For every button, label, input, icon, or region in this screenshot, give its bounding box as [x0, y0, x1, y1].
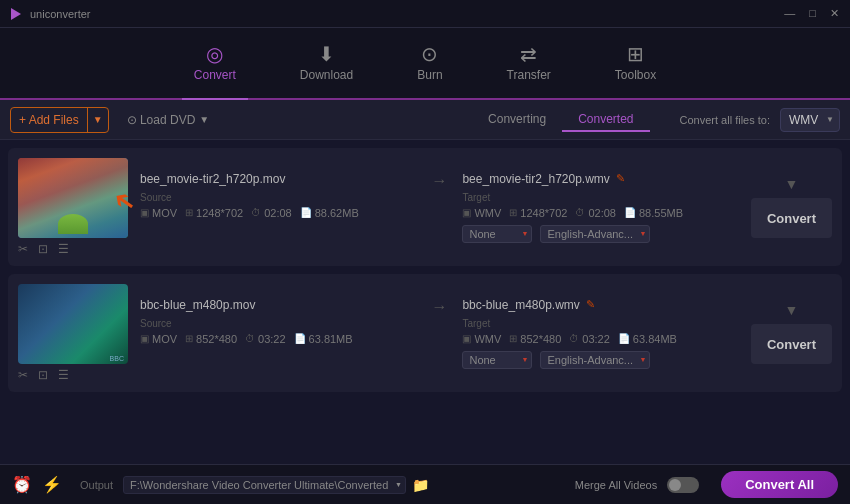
- nav-transfer[interactable]: ⇄ Transfer: [495, 36, 563, 90]
- alarm-icon[interactable]: ⏰: [12, 475, 32, 494]
- add-files-button[interactable]: + Add Files ▼: [10, 107, 109, 133]
- target-label-1: Target: [462, 192, 738, 203]
- output-path-select-wrap: F:\Wondershare Video Converter Ultimate\…: [123, 476, 406, 494]
- folder-icon[interactable]: 📁: [412, 477, 429, 493]
- title-controls[interactable]: — □ ✕: [781, 7, 842, 20]
- source-resolution-1: ⊞ 1248*702: [185, 207, 243, 219]
- target-dur-label-1: 02:08: [588, 207, 616, 219]
- cut-icon-1[interactable]: ✂: [18, 242, 28, 256]
- target-filename-1: bee_movie-tir2_h720p.wmv ✎: [462, 172, 738, 186]
- source-size-label-1: 88.62MB: [315, 207, 359, 219]
- source-size-icon-1: 📄: [300, 207, 312, 218]
- source-res-label-2: 852*480: [196, 333, 237, 345]
- toolbar: + Add Files ▼ ⊙ Load DVD ▼ Converting Co…: [0, 100, 850, 140]
- tab-converted[interactable]: Converted: [562, 108, 649, 132]
- target-label-2: Target: [462, 318, 738, 329]
- transfer-nav-icon: ⇄: [520, 44, 537, 64]
- close-button[interactable]: ✕: [827, 7, 842, 20]
- effect-dropdown-wrap-2: None: [462, 351, 532, 369]
- format-select[interactable]: WMV: [780, 108, 840, 132]
- nav-download[interactable]: ⬇ Download: [288, 36, 365, 90]
- maximize-button[interactable]: □: [806, 7, 819, 20]
- app-title: uniconverter: [30, 8, 91, 20]
- subtitle-dropdown-wrap-1: English-Advanc...: [540, 225, 650, 243]
- source-label-1: Source: [140, 192, 416, 203]
- source-block-1: bee_movie-tir2_h720p.mov Source ▣ MOV ⊞ …: [140, 172, 416, 219]
- convert-all-files-label: Convert all files to:: [680, 114, 770, 126]
- format-select-wrapper: WMV: [780, 108, 840, 132]
- load-dvd-label: ⊙ Load DVD: [127, 113, 196, 127]
- convert-action-1: ▼ Convert: [751, 176, 832, 238]
- effect-dropdown-2[interactable]: None: [462, 351, 532, 369]
- convert-nav-icon: ◎: [206, 44, 223, 64]
- source-size-2: 📄 63.81MB: [294, 333, 353, 345]
- target-res-icon-2: ⊞: [509, 333, 517, 344]
- edit-icon-2[interactable]: ✎: [586, 298, 595, 311]
- file-card-1: ✂ ⊡ ☰ ➔ bee_movie-tir2_h720p.mov Source …: [8, 148, 842, 266]
- arrow-area-2: →: [424, 298, 454, 316]
- source-format-2: ▣ MOV: [140, 333, 177, 345]
- nav-burn[interactable]: ⊙ Burn: [405, 36, 454, 90]
- convert-action-2: ▼ Convert: [751, 302, 832, 364]
- convert-all-button[interactable]: Convert All: [721, 471, 838, 498]
- source-block-2: bbc-blue_m480p.mov Source ▣ MOV ⊞ 852*48…: [140, 298, 416, 345]
- target-settings-icon-2[interactable]: ▼: [785, 302, 799, 318]
- app-logo-icon: [8, 6, 24, 22]
- nav-toolbox[interactable]: ⊞ Toolbox: [603, 36, 668, 90]
- source-format-label-1: MOV: [152, 207, 177, 219]
- load-dvd-button[interactable]: ⊙ Load DVD ▼: [119, 107, 218, 133]
- right-arrow-icon-1: →: [431, 172, 447, 190]
- crop-icon-2[interactable]: ⊡: [38, 368, 48, 382]
- title-left: uniconverter: [8, 6, 91, 22]
- convert-button-1[interactable]: Convert: [751, 198, 832, 238]
- arrow-area-1: →: [424, 172, 454, 190]
- subtitle-dropdown-1[interactable]: English-Advanc...: [540, 225, 650, 243]
- target-format-label-2: WMV: [474, 333, 501, 345]
- target-settings-icon-1[interactable]: ▼: [785, 176, 799, 192]
- burn-nav-label: Burn: [417, 68, 442, 82]
- source-size-icon-2: 📄: [294, 333, 306, 344]
- title-bar: uniconverter — □ ✕: [0, 0, 850, 28]
- nav-bar: ◎ Convert ⬇ Download ⊙ Burn ⇄ Transfer ⊞…: [0, 28, 850, 100]
- convert-button-2[interactable]: Convert: [751, 324, 832, 364]
- source-dur-icon-1: ⏱: [251, 207, 261, 218]
- bottom-bar: ⏰ ⚡ Output F:\Wondershare Video Converte…: [0, 464, 850, 504]
- effect-dropdown-1[interactable]: None: [462, 225, 532, 243]
- content-area: ✂ ⊡ ☰ ➔ bee_movie-tir2_h720p.mov Source …: [0, 140, 850, 464]
- file-card-2: BBC ✂ ⊡ ☰ bbc-blue_m480p.mov Source ▣ MO…: [8, 274, 842, 392]
- lightning-icon[interactable]: ⚡: [42, 475, 62, 494]
- subtitle-dropdown-2[interactable]: English-Advanc...: [540, 351, 650, 369]
- target-res-icon-1: ⊞: [509, 207, 517, 218]
- toolbox-nav-icon: ⊞: [627, 44, 644, 64]
- burn-nav-icon: ⊙: [421, 44, 438, 64]
- source-duration-2: ⏱ 03:22: [245, 333, 286, 345]
- target-size-icon-1: 📄: [624, 207, 636, 218]
- target-dur-label-2: 03:22: [582, 333, 610, 345]
- edit-icon-1[interactable]: ✎: [616, 172, 625, 185]
- nav-convert[interactable]: ◎ Convert: [182, 36, 248, 90]
- cut-icon-2[interactable]: ✂: [18, 368, 28, 382]
- minimize-button[interactable]: —: [781, 7, 798, 20]
- merge-toggle[interactable]: [667, 477, 699, 493]
- add-files-main[interactable]: + Add Files: [11, 108, 88, 132]
- target-block-1: bee_movie-tir2_h720p.wmv ✎ Target ▣ WMV …: [462, 172, 738, 243]
- source-meta-row-2: ▣ MOV ⊞ 852*480 ⏱ 03:22 📄 63.81MB: [140, 333, 416, 345]
- source-dur-icon-2: ⏱: [245, 333, 255, 344]
- svg-marker-0: [11, 8, 21, 20]
- target-format-label-1: WMV: [474, 207, 501, 219]
- download-nav-icon: ⬇: [318, 44, 335, 64]
- target-duration-2: ⏱ 03:22: [569, 333, 610, 345]
- add-files-dropdown-arrow[interactable]: ▼: [88, 108, 108, 132]
- target-resolution-2: ⊞ 852*480: [509, 333, 561, 345]
- tab-converting[interactable]: Converting: [472, 108, 562, 132]
- toolbox-nav-label: Toolbox: [615, 68, 656, 82]
- source-filename-2: bbc-blue_m480p.mov: [140, 298, 416, 312]
- crop-icon-1[interactable]: ⊡: [38, 242, 48, 256]
- source-size-1: 📄 88.62MB: [300, 207, 359, 219]
- source-target-1: bee_movie-tir2_h720p.mov Source ▣ MOV ⊞ …: [140, 172, 739, 243]
- target-format-1: ▣ WMV: [462, 207, 501, 219]
- settings-icon-1[interactable]: ☰: [58, 242, 69, 256]
- settings-icon-2[interactable]: ☰: [58, 368, 69, 382]
- output-path-select[interactable]: F:\Wondershare Video Converter Ultimate\…: [123, 476, 406, 494]
- source-resolution-2: ⊞ 852*480: [185, 333, 237, 345]
